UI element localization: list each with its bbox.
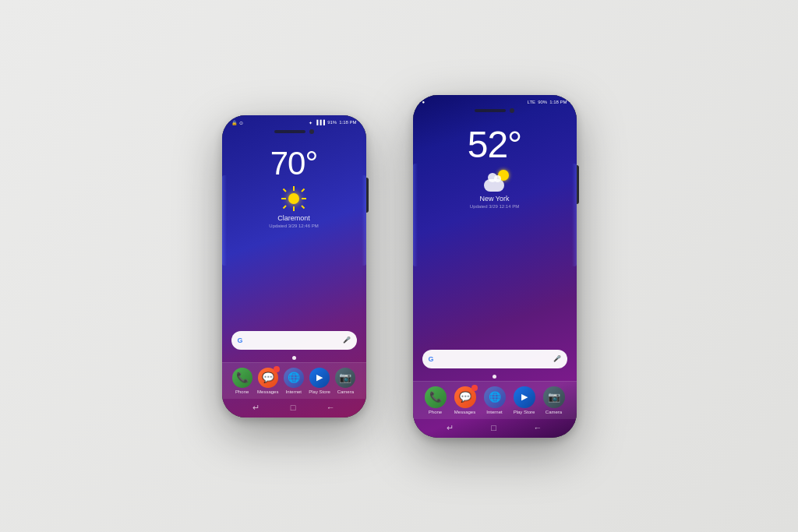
nav-back-large[interactable]: ← [534, 423, 542, 432]
nav-recent-small[interactable]: ↵ [252, 403, 260, 413]
nav-bar-large: ↵ □ ← [413, 419, 577, 438]
nav-home-large[interactable]: □ [491, 423, 496, 432]
camera-app-icon-large[interactable] [543, 386, 565, 408]
phone-app-icon-small[interactable] [232, 368, 252, 388]
internet-app-label-large: Internet [486, 410, 502, 414]
time-small: 1:18 PM [339, 120, 356, 125]
front-camera-small [309, 129, 314, 134]
camera-app-icon-small[interactable] [335, 368, 355, 388]
app-phone-small[interactable]: Phone [232, 368, 252, 394]
updated-text-large: Updated 3/29 12:14 PM [470, 204, 519, 209]
lte-icon: LTE [528, 100, 536, 104]
phone-app-label-small: Phone [235, 389, 249, 394]
internet-app-icon-small[interactable] [284, 368, 304, 388]
page-dots-small [222, 353, 366, 362]
weather-area-large: 52° New York Updated 3/29 12:14 PM [413, 115, 577, 347]
city-name-small: Claremont [277, 214, 310, 222]
app-playstore-large[interactable]: Play Store [514, 386, 535, 414]
city-name-large: New York [479, 195, 509, 203]
front-camera-large [510, 108, 514, 113]
dot-active-large [493, 375, 496, 379]
screen-small: 🔒 ⊙ ✦ ▐▐▐ 91% 1:18 PM 70° [222, 115, 366, 417]
app-messages-small[interactable]: Messages [257, 368, 278, 394]
nav-recent-large[interactable]: ↵ [447, 423, 454, 433]
app-dock-large: Phone Messages Internet Play Store [413, 381, 577, 419]
app-internet-large[interactable]: Internet [484, 386, 506, 414]
messages-app-icon-large[interactable] [454, 386, 476, 408]
app-camera-small[interactable]: Camera [335, 368, 355, 394]
status-bar-large: ● LTE 90% 1:18 PM [413, 95, 577, 107]
app-camera-large[interactable]: Camera [543, 386, 565, 414]
page-dots-large [413, 372, 577, 381]
sensor-bar-small [222, 128, 366, 136]
messages-badge-large [471, 385, 478, 391]
messages-app-icon-small[interactable] [258, 368, 278, 388]
cloud-body-large [484, 179, 504, 192]
speaker-large [475, 109, 506, 112]
search-bar-large[interactable]: G 🎤 [422, 350, 567, 368]
bluetooth-icon: ✦ [309, 120, 312, 125]
temperature-large: 52° [468, 126, 522, 164]
lock-icon: 🔒 [231, 120, 237, 125]
playstore-app-icon-large[interactable] [514, 386, 535, 408]
status-left-small: 🔒 ⊙ [231, 120, 243, 125]
phone-s8-plus: ● LTE 90% 1:18 PM 52° [413, 95, 577, 438]
signal-dots-icon: ● [422, 100, 425, 104]
sun-icon-small [281, 186, 306, 211]
nav-home-small[interactable]: □ [291, 403, 296, 412]
battery-large: 90% [538, 100, 547, 104]
messages-app-label-large: Messages [454, 410, 475, 414]
google-logo-large: G [429, 355, 553, 363]
internet-app-icon-large[interactable] [484, 386, 506, 408]
nav-back-small[interactable]: ← [327, 403, 335, 412]
camera-app-label-large: Camera [546, 410, 562, 414]
mic-icon-large: 🎤 [553, 355, 561, 363]
playstore-app-label-small: Play Store [309, 389, 330, 394]
camera-app-label-small: Camera [337, 389, 354, 394]
mic-icon-small: 🎤 [343, 336, 351, 344]
status-left-large: ● [422, 100, 425, 104]
app-internet-small[interactable]: Internet [284, 368, 304, 394]
weather-icon-large [481, 170, 509, 192]
app-playstore-small[interactable]: Play Store [309, 368, 330, 394]
phone-app-label-large: Phone [429, 410, 442, 414]
temperature-small: 70° [270, 147, 318, 180]
cloud-sun-icon-large [481, 170, 509, 192]
status-right-large: LTE 90% 1:18 PM [528, 100, 567, 104]
sensor-bar-large [413, 107, 577, 115]
scene: 🔒 ⊙ ✦ ▐▐▐ 91% 1:18 PM 70° [0, 0, 798, 532]
app-phone-large[interactable]: Phone [425, 386, 447, 414]
wifi-icon: ⊙ [239, 120, 243, 125]
messages-app-label-small: Messages [257, 389, 278, 394]
weather-area-small: 70° [222, 136, 366, 328]
signal-icon: ▐▐▐ [315, 120, 325, 125]
app-messages-large[interactable]: Messages [454, 386, 476, 414]
internet-app-label-small: Internet [286, 389, 302, 394]
updated-text-small: Updated 3/29 12:46 PM [269, 224, 318, 228]
phone-s8-small: 🔒 ⊙ ✦ ▐▐▐ 91% 1:18 PM 70° [222, 115, 366, 417]
messages-badge-small [274, 366, 280, 372]
playstore-app-icon-small[interactable] [309, 368, 330, 388]
time-large: 1:18 PM [549, 100, 567, 104]
battery-percent-small: 91% [327, 120, 337, 125]
phone-app-icon-large[interactable] [425, 386, 447, 408]
status-bar-small: 🔒 ⊙ ✦ ▐▐▐ 91% 1:18 PM [222, 115, 366, 128]
search-bar-small[interactable]: G 🎤 [231, 331, 357, 350]
screen-large: ● LTE 90% 1:18 PM 52° [413, 95, 577, 438]
playstore-app-label-large: Play Store [514, 410, 535, 414]
nav-bar-small: ↵ □ ← [222, 399, 366, 417]
google-logo-small: G [238, 336, 343, 344]
weather-icon-small [281, 186, 306, 211]
status-right-small: ✦ ▐▐▐ 91% 1:18 PM [309, 120, 356, 125]
speaker-small [274, 130, 305, 133]
dot-active-small [292, 356, 296, 360]
app-dock-small: Phone Messages Internet Play Store [222, 362, 366, 399]
